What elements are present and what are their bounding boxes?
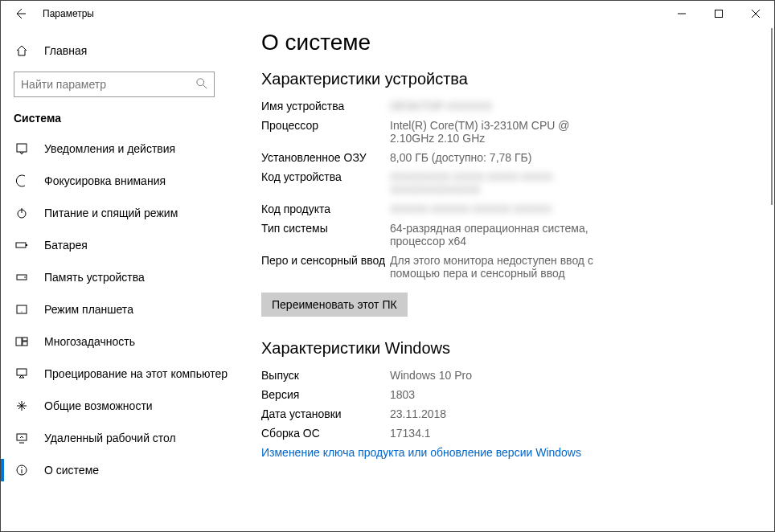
update-windows-link[interactable]: Изменение ключа продукта или обновление …: [261, 446, 755, 459]
back-button[interactable]: [7, 1, 33, 27]
svg-rect-17: [23, 342, 27, 346]
spec-value: 64-разрядная операционная система, проце…: [390, 222, 599, 248]
spec-row-edition: Выпуск Windows 10 Pro: [261, 369, 755, 382]
sidebar-item-multitasking[interactable]: Многозадачность: [1, 325, 242, 358]
svg-rect-16: [23, 338, 27, 341]
sidebar-item-power[interactable]: Питание и спящий режим: [1, 197, 242, 229]
home-icon: [14, 44, 30, 57]
spec-value: DESKTOP-XXXXXX: [390, 100, 492, 113]
spec-row-system-type: Тип системы 64-разрядная операционная си…: [261, 222, 755, 248]
sidebar-item-storage[interactable]: Память устройства: [1, 261, 242, 293]
rename-pc-button[interactable]: Переименовать этот ПК: [261, 293, 408, 317]
spec-row-build: Сборка ОС 17134.1: [261, 427, 755, 440]
spec-value: Для этого монитора недоступен ввод с пом…: [390, 254, 599, 280]
svg-rect-9: [16, 243, 26, 248]
sidebar-item-battery[interactable]: Батарея: [1, 229, 242, 261]
spec-key: Выпуск: [261, 369, 390, 382]
minimize-icon: [678, 10, 686, 18]
spec-value: Windows 10 Pro: [390, 369, 472, 382]
spec-key: Процессор: [261, 119, 390, 145]
content-area: О системе Характеристики устройства Имя …: [242, 27, 774, 531]
spec-key: Имя устройства: [261, 100, 390, 113]
sidebar-item-label: Режим планшета: [44, 303, 133, 316]
storage-icon: [14, 271, 30, 284]
sidebar-item-tablet[interactable]: Режим планшета: [1, 293, 242, 325]
power-icon: [14, 207, 30, 219]
sidebar-item-label: Питание и спящий режим: [44, 207, 178, 219]
sidebar-item-shared[interactable]: Общие возможности: [1, 390, 242, 422]
device-section-title: Характеристики устройства: [261, 70, 755, 88]
sidebar-home[interactable]: Главная: [1, 36, 242, 65]
sidebar-item-label: Удаленный рабочий стол: [44, 432, 176, 444]
search-box[interactable]: [14, 72, 215, 97]
sidebar-item-label: Общие возможности: [44, 399, 153, 412]
spec-row-install-date: Дата установки 23.11.2018: [261, 407, 755, 420]
window-title: Параметры: [43, 8, 94, 19]
svg-rect-1: [716, 10, 723, 18]
svg-point-14: [21, 311, 22, 312]
page-title: О системе: [261, 30, 755, 55]
minimize-button[interactable]: [663, 1, 700, 27]
sidebar-item-label: Фокусировка внимания: [44, 174, 166, 187]
spec-row-device-name: Имя устройства DESKTOP-XXXXXX: [261, 100, 755, 113]
tablet-icon: [14, 303, 30, 316]
spec-key: Версия: [261, 388, 390, 401]
projecting-icon: [14, 367, 30, 380]
spec-row-version: Версия 1803: [261, 388, 755, 401]
scrollbar-thumb[interactable]: [771, 28, 773, 205]
spec-row-pen: Перо и сенсорный ввод Для этого монитора…: [261, 254, 755, 280]
sidebar-item-label: Память устройства: [44, 271, 145, 284]
sidebar-item-about[interactable]: О системе: [1, 454, 242, 486]
about-icon: [14, 464, 30, 477]
search-input[interactable]: [21, 78, 196, 91]
svg-point-4: [197, 78, 204, 85]
svg-rect-10: [26, 244, 27, 246]
spec-value: XXXXX-XXXXX-XXXXX-XXXXX: [390, 203, 552, 215]
sidebar-item-label: О системе: [44, 464, 99, 477]
sidebar-item-focus[interactable]: Фокусировка внимания: [1, 165, 242, 197]
window-controls: [663, 1, 774, 27]
windows-section-title: Характеристики Windows: [261, 339, 755, 358]
spec-key: Установленное ОЗУ: [261, 151, 390, 164]
svg-rect-6: [17, 144, 27, 152]
svg-line-5: [203, 84, 207, 88]
spec-value: 17134.1: [390, 427, 431, 440]
sidebar-item-notifications[interactable]: Уведомления и действия: [1, 133, 242, 165]
spec-key: Дата установки: [261, 407, 390, 420]
spec-value: XXXXXXXX-XXXX-XXXX-XXXX-XXXXXXXXXXXX: [390, 170, 599, 196]
spec-row-device-id: Код устройства XXXXXXXX-XXXX-XXXX-XXXX-X…: [261, 170, 755, 196]
shared-icon: [14, 399, 30, 412]
spec-key: Перо и сенсорный ввод: [261, 254, 390, 280]
remote-icon: [14, 432, 30, 444]
svg-rect-18: [17, 369, 27, 375]
spec-value: 1803: [390, 388, 415, 401]
sidebar-item-projecting[interactable]: Проецирование на этот компьютер: [1, 358, 242, 390]
battery-icon: [14, 239, 30, 252]
maximize-button[interactable]: [700, 1, 737, 27]
sidebar-item-label: Проецирование на этот компьютер: [44, 367, 228, 380]
settings-window: Параметры Главная Система Уве: [0, 0, 775, 532]
spec-value: 23.11.2018: [390, 407, 446, 420]
sidebar-item-label: Уведомления и действия: [44, 142, 175, 155]
spec-row-ram: Установленное ОЗУ 8,00 ГБ (доступно: 7,7…: [261, 151, 755, 164]
multitasking-icon: [14, 335, 30, 348]
body-area: Главная Система Уведомления и действия Ф…: [1, 27, 774, 531]
spec-row-product-id: Код продукта XXXXX-XXXXX-XXXXX-XXXXX: [261, 203, 755, 215]
sidebar-item-label: Многозадачность: [44, 335, 135, 348]
spec-key: Код устройства: [261, 170, 390, 196]
sidebar: Главная Система Уведомления и действия Ф…: [1, 27, 242, 531]
svg-point-12: [24, 276, 26, 278]
spec-value: Intel(R) Core(TM) i3-2310M CPU @ 2.10GHz…: [390, 119, 599, 145]
svg-point-23: [21, 467, 22, 468]
sidebar-item-label: Батарея: [44, 239, 88, 252]
arrow-left-icon: [14, 7, 27, 20]
sidebar-home-label: Главная: [44, 44, 87, 57]
search-icon: [196, 78, 207, 92]
svg-rect-15: [16, 338, 22, 346]
svg-rect-19: [17, 434, 27, 440]
close-button[interactable]: [737, 1, 774, 27]
sidebar-section-header: Система: [1, 107, 242, 133]
scrollbar[interactable]: [768, 27, 773, 531]
sidebar-item-remote[interactable]: Удаленный рабочий стол: [1, 422, 242, 454]
spec-value: 8,00 ГБ (доступно: 7,78 ГБ): [390, 151, 531, 164]
